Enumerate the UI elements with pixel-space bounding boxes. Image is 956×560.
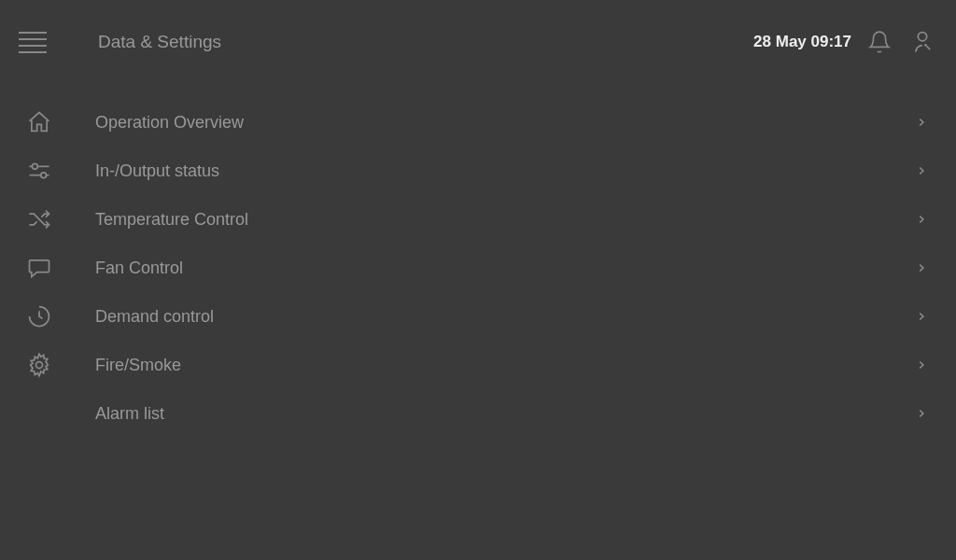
menu-item-demand-control[interactable]: Demand control [0,292,956,341]
chevron-right-icon [915,261,928,274]
chevron-right-icon [915,213,928,226]
gear-icon [22,348,56,382]
svg-point-1 [924,44,927,47]
menu-label: Fan Control [95,259,183,278]
svg-point-0 [918,33,926,41]
menu-label: Demand control [95,307,214,327]
chevron-right-icon [915,310,928,323]
menu-item-alarm-list[interactable]: Alarm list [0,389,956,438]
svg-point-6 [36,362,43,369]
menu-item-temperature-control[interactable]: Temperature Control [0,195,956,244]
menu-item-fan-control[interactable]: Fan Control [0,244,956,292]
menu-icon[interactable] [19,23,56,61]
chevron-right-icon [915,164,928,177]
user-wrench-icon[interactable] [907,27,937,57]
clock-icon [22,300,56,333]
chevron-right-icon [915,116,928,129]
home-icon [22,105,56,139]
menu-item-fire-smoke[interactable]: Fire/Smoke [0,341,956,389]
bell-icon[interactable] [865,27,894,57]
blank-icon [22,397,56,430]
svg-point-5 [41,173,47,178]
menu-label: Temperature Control [95,210,248,230]
chevron-right-icon [915,358,928,371]
menu-list: Operation Overview In-/Output status [0,84,956,438]
menu-label: Alarm list [95,404,164,424]
menu-label: Fire/Smoke [95,356,181,375]
page-title: Data & Settings [98,32,221,52]
shuffle-icon [22,203,56,236]
sliders-icon [22,154,56,188]
svg-point-3 [32,163,37,169]
datetime: 28 May 09:17 [753,33,851,51]
menu-label: In-/Output status [95,161,219,181]
header-right: 28 May 09:17 [753,27,937,57]
menu-item-operation-overview[interactable]: Operation Overview [0,98,956,147]
menu-label: Operation Overview [95,113,244,133]
header: Data & Settings 28 May 09:17 [0,0,956,84]
chevron-right-icon [915,407,928,420]
speech-icon [22,251,56,285]
menu-item-io-status[interactable]: In-/Output status [0,147,956,195]
